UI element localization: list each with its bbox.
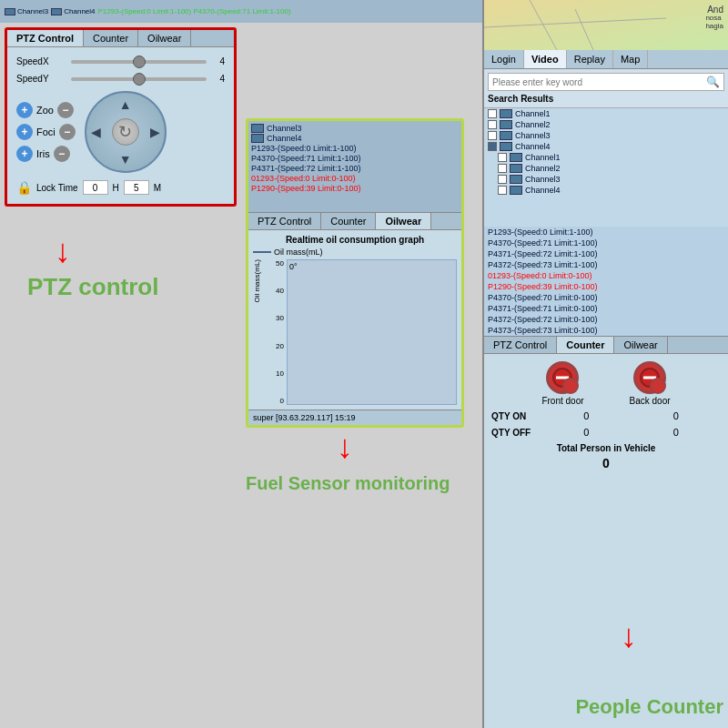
- iris-minus-button[interactable]: −: [54, 146, 70, 162]
- speedx-thumb[interactable]: [133, 56, 146, 68]
- focus-plus-button[interactable]: +: [16, 124, 33, 140]
- channel-speed-text: P1293-(Speed:0 Limit:1-100): [251, 144, 357, 153]
- channel-checkbox[interactable]: [488, 109, 497, 118]
- tab-map[interactable]: Map: [613, 50, 648, 68]
- channel-checkbox-checked[interactable]: [488, 142, 497, 151]
- front-qty-on-val: 0: [554, 410, 618, 421]
- speedx-row: SpeedX 4: [16, 56, 225, 66]
- tab-login[interactable]: Login: [484, 50, 524, 68]
- lock-minutes-input[interactable]: [124, 180, 149, 195]
- channel-text-item: P4372-(Speed:72 Limit:0-100): [484, 314, 728, 325]
- speedx-slider[interactable]: [71, 60, 207, 64]
- joystick-right-arrow[interactable]: ▶: [150, 125, 160, 139]
- channel-text-item: P1293-(Speed:0 Limit:1-100): [484, 227, 728, 238]
- channel-name: Channel4: [515, 142, 551, 151]
- map-subtext: nosahagla: [705, 14, 723, 30]
- channel-name: Channel3: [525, 175, 561, 184]
- graph-canvas: 0°: [287, 259, 457, 405]
- zoom-plus-button[interactable]: +: [16, 102, 33, 118]
- speedy-slider[interactable]: [71, 77, 207, 81]
- joystick-center[interactable]: ↻: [112, 118, 139, 146]
- channel-text-item-red: P1290-(Speed:39 Limit:0-100): [484, 281, 728, 292]
- iris-plus-button[interactable]: +: [16, 146, 33, 162]
- search-icon[interactable]: 🔍: [706, 76, 720, 88]
- tab-bottom-counter[interactable]: Counter: [557, 337, 614, 353]
- front-door-wrap: Front door: [541, 361, 583, 406]
- speedy-thumb[interactable]: [133, 73, 146, 86]
- channel-item: Channel3: [484, 130, 728, 141]
- front-door-icon: [546, 361, 579, 394]
- ptz-controls: + Zoo − + Foci − + Iris − ▲ ▼ ◀: [16, 91, 225, 173]
- fuel-channel-row: Channel4: [251, 134, 459, 143]
- speedx-label: SpeedX: [16, 56, 66, 66]
- channel-checkbox[interactable]: [498, 164, 507, 173]
- search-input[interactable]: [492, 77, 706, 87]
- back-door-icon: [633, 361, 666, 394]
- tab-video[interactable]: Video: [524, 50, 567, 68]
- channel-checkbox[interactable]: [498, 175, 507, 184]
- legend-label: Oil mass(mL): [274, 248, 323, 257]
- speedx-val: 4: [211, 56, 225, 66]
- channel-cam-icon: [5, 8, 15, 15]
- map-area: And nosahagla: [484, 0, 728, 50]
- channel-checkbox[interactable]: [488, 131, 497, 140]
- tab-fuel-oilwear[interactable]: Oilwear: [376, 213, 431, 229]
- channel-checkbox[interactable]: [498, 186, 507, 195]
- total-section: Total Person in Vehicle 0: [491, 443, 721, 470]
- channel-name: Channel3: [515, 131, 551, 140]
- tab-replay[interactable]: Replay: [567, 50, 613, 68]
- channel-checkbox[interactable]: [488, 120, 497, 129]
- top-channel-item: Channel3: [5, 7, 48, 15]
- graph-title: Realtime oil consumption graph: [253, 235, 457, 245]
- tab-oilwear[interactable]: Oilwear: [138, 30, 191, 46]
- sub-channel-item: Channel4: [484, 185, 728, 196]
- tab-fuel-ptz[interactable]: PTZ Control: [248, 213, 321, 229]
- channel-name: Channel4: [525, 186, 561, 195]
- joystick-up-arrow[interactable]: ▲: [119, 97, 132, 112]
- top-channel-text: P1293-(Speed:0 Limit:1-100) P4370-(Speed…: [98, 7, 291, 15]
- no-entry-icon: [552, 368, 572, 388]
- zoom-minus-button[interactable]: −: [57, 102, 74, 118]
- search-box[interactable]: 🔍: [488, 73, 724, 91]
- joystick-down-arrow[interactable]: ▼: [119, 152, 132, 167]
- sub-channel-item: Channel2: [484, 163, 728, 174]
- people-counter-arrow: ↓: [621, 617, 637, 655]
- channel-text-item: P4373-(Speed:73 Limit:0-100): [484, 325, 728, 336]
- right-panel: And nosahagla Login Video Replay Map 🔍 S…: [482, 0, 728, 728]
- lock-hours-input[interactable]: [83, 180, 108, 195]
- top-channel-item: Channel4: [51, 7, 95, 15]
- channel-text-item-red: 01293-(Speed:0 Limit:0-100): [484, 270, 728, 281]
- channel-item: Channel4: [484, 141, 728, 152]
- ptz-joystick[interactable]: ▲ ▼ ◀ ▶ ↻: [85, 91, 167, 173]
- ptz-label: PTZ control: [27, 273, 158, 301]
- front-door-label: Front door: [541, 396, 583, 406]
- y-axis-label: Oil mass(mL): [253, 259, 261, 303]
- ptz-arrow: ↓: [55, 232, 71, 270]
- tab-bottom-oilwear[interactable]: Oilwear: [614, 337, 667, 353]
- tab-counter[interactable]: Counter: [84, 30, 138, 46]
- focus-minus-button[interactable]: −: [59, 124, 76, 140]
- fuel-panel: Channel3 Channel4 P1293-(Speed:0 Limit:1…: [246, 118, 464, 428]
- channel-cam-icon: [510, 175, 522, 184]
- qty-on-label: QTY ON: [491, 411, 541, 421]
- channel-speed-text-red: 01293-(Speed:0 Limit:0-100): [251, 174, 356, 183]
- qty-off-row: QTY OFF 0 0: [491, 427, 721, 438]
- tab-bottom-ptz[interactable]: PTZ Control: [484, 337, 557, 353]
- search-results-label: Search Results: [488, 94, 724, 104]
- qty-off-label: QTY OFF: [491, 428, 541, 438]
- ptz-content: SpeedX 4 SpeedY 4 + Zoo − + Foci: [7, 47, 234, 204]
- channel-checkbox[interactable]: [498, 153, 507, 162]
- joystick-left-arrow[interactable]: ◀: [91, 125, 101, 139]
- channel-cam-icon: [510, 164, 522, 173]
- svg-line-0: [484, 18, 666, 27]
- fuel-text-row-red: P1290-(Speed:39 Limit:0-100): [251, 184, 459, 193]
- graph-area: Oil mass(mL) 50 40 30 20 10 0 0°: [253, 259, 457, 405]
- top-channel-name: Channel3: [17, 7, 48, 15]
- tab-fuel-counter[interactable]: Counter: [321, 213, 376, 229]
- channel-name: Channel2: [515, 120, 551, 129]
- ptz-panel: PTZ Control Counter Oilwear SpeedX 4 Spe…: [5, 27, 237, 207]
- tab-ptz-control[interactable]: PTZ Control: [7, 30, 84, 46]
- channel-text-item: P4370-(Speed:71 Limit:1-100): [484, 238, 728, 248]
- channel-speed-text-red: P1290-(Speed:39 Limit:0-100): [251, 184, 361, 193]
- channel-text-item: P4371-(Speed:71 Limit:0-100): [484, 303, 728, 314]
